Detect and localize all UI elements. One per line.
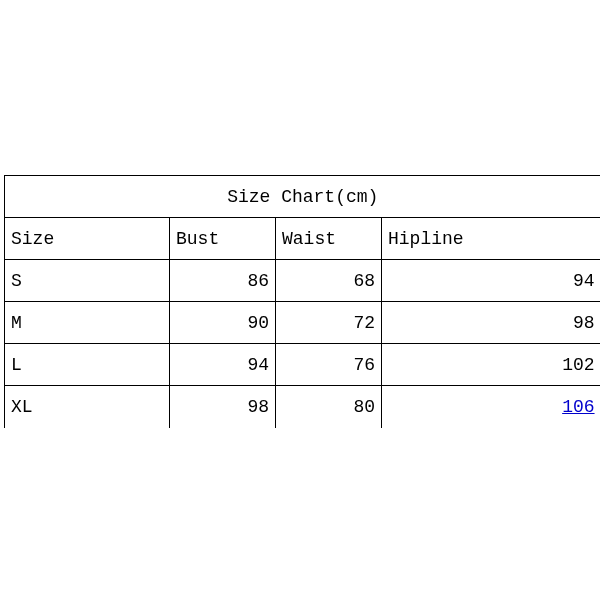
table-row: S 86 68 94 — [5, 260, 601, 302]
table-title: Size Chart(cm) — [5, 176, 601, 218]
table-row: M 90 72 98 — [5, 302, 601, 344]
cell-hipline[interactable]: 106 — [382, 386, 601, 428]
table-row: L 94 76 102 — [5, 344, 601, 386]
col-header-bust: Bust — [170, 218, 276, 260]
cell-size: M — [5, 302, 170, 344]
cell-bust: 86 — [170, 260, 276, 302]
cell-size: L — [5, 344, 170, 386]
cell-hipline: 102 — [382, 344, 601, 386]
col-header-hipline: Hipline — [382, 218, 601, 260]
table-row: XL 98 80 106 — [5, 386, 601, 428]
cell-bust: 90 — [170, 302, 276, 344]
cell-waist: 72 — [276, 302, 382, 344]
size-chart-table-wrapper: Size Chart(cm) Size Bust Waist Hipline S… — [4, 175, 600, 428]
cell-hipline: 98 — [382, 302, 601, 344]
cell-waist: 68 — [276, 260, 382, 302]
cell-waist: 80 — [276, 386, 382, 428]
col-header-waist: Waist — [276, 218, 382, 260]
cell-waist: 76 — [276, 344, 382, 386]
col-header-size: Size — [5, 218, 170, 260]
cell-bust: 94 — [170, 344, 276, 386]
size-chart-table: Size Chart(cm) Size Bust Waist Hipline S… — [4, 175, 600, 428]
cell-size: XL — [5, 386, 170, 428]
cell-bust: 98 — [170, 386, 276, 428]
cell-hipline: 94 — [382, 260, 601, 302]
cell-size: S — [5, 260, 170, 302]
hipline-link[interactable]: 106 — [562, 397, 594, 417]
